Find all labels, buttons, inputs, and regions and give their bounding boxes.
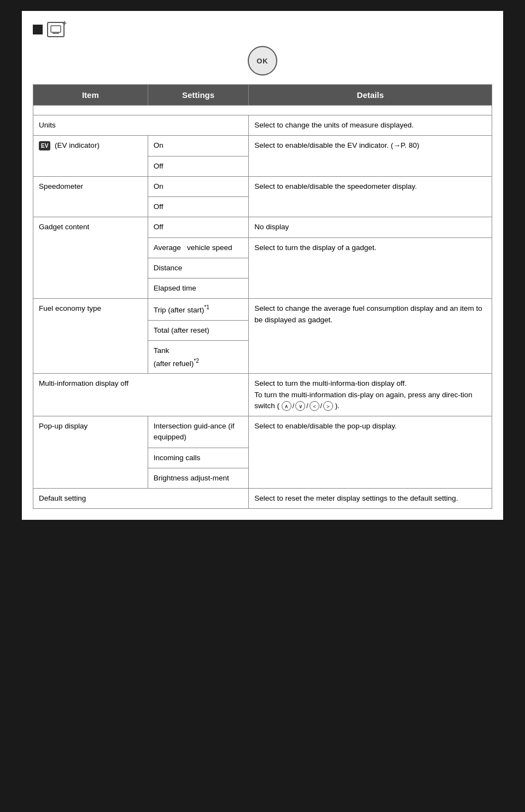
table-row: EV (EV indicator) On Select to enable/di… — [33, 136, 492, 156]
header-item: Item — [33, 85, 148, 106]
fuel-total-setting: Total (after reset) — [148, 321, 249, 341]
popup-brightness-setting: Brightness adjust-ment — [148, 468, 249, 488]
table-row: Gadget content Off No display — [33, 217, 492, 237]
superscript-2: *2 — [194, 358, 199, 364]
gadget-off-setting: Off — [148, 217, 249, 237]
speedometer-off-setting: Off — [148, 197, 249, 217]
right-arrow: ＞ — [323, 401, 333, 411]
table-row: Pop-up display Intersection guid-ance (i… — [33, 416, 492, 448]
ev-details: Select to enable/disable the EV indicato… — [249, 136, 492, 177]
speedometer-item: Speedometer — [33, 176, 148, 217]
gadget-avg-speed-setting: Average vehicle speed — [148, 237, 249, 258]
gadget-elapsed-setting: Elapsed time — [148, 279, 249, 299]
ok-button-container: OK — [33, 46, 492, 76]
ok-button[interactable]: OK — [248, 46, 277, 76]
black-square-icon — [33, 25, 43, 34]
units-item: Units — [33, 115, 249, 136]
ev-icon: EV — [39, 141, 50, 150]
fuel-economy-details: Select to change the average fuel consum… — [249, 299, 492, 374]
header-settings: Settings — [148, 85, 249, 106]
fuel-economy-item: Fuel economy type — [33, 299, 148, 374]
fuel-trip-setting: Trip (after start)*1 — [148, 299, 249, 321]
popup-item: Pop-up display — [33, 416, 148, 489]
up-arrow: ∧ — [282, 401, 291, 411]
table-row: Speedometer On Select to enable/disable … — [33, 176, 492, 196]
gadget-item: Gadget content — [33, 217, 148, 299]
units-details: Select to change the units of measure di… — [249, 115, 492, 136]
table-row: Default setting Select to reset the mete… — [33, 489, 492, 509]
ev-on-setting: On — [148, 136, 249, 156]
superscript-1: *1 — [204, 304, 209, 310]
gadget-no-display-details: No display — [249, 217, 492, 237]
spacer-row — [33, 106, 492, 115]
display-icon — [47, 22, 65, 37]
table-row: Fuel economy type Trip (after start)*1 S… — [33, 299, 492, 321]
gadget-details: Select to turn the display of a gadget. — [249, 237, 492, 299]
multi-info-item: Multi-information display off — [33, 374, 249, 416]
top-icons — [33, 22, 492, 37]
multi-info-details: Select to turn the multi-informa-tion di… — [249, 374, 492, 416]
default-item: Default setting — [33, 489, 249, 509]
header-details: Details — [249, 85, 492, 106]
direction-arrows: ∧ / ∨ / ＜ / ＞ — [282, 401, 333, 411]
popup-intersection-setting: Intersection guid-ance (if equipped) — [148, 416, 249, 448]
down-arrow: ∨ — [295, 401, 305, 411]
popup-details: Select to enable/disable the pop-up disp… — [249, 416, 492, 489]
ok-label: OK — [256, 57, 269, 65]
speedometer-on-setting: On — [148, 176, 249, 196]
default-details: Select to reset the meter display settin… — [249, 489, 492, 509]
table-row: Multi-information display off Select to … — [33, 374, 492, 416]
page-content: OK Item Settings Details Units Select to… — [22, 11, 503, 520]
left-arrow: ＜ — [310, 401, 319, 411]
settings-table: Item Settings Details Units Select to ch… — [33, 84, 492, 509]
speedometer-details: Select to enable/disable the speedometer… — [249, 176, 492, 217]
table-row: Units Select to change the units of meas… — [33, 115, 492, 136]
ev-off-setting: Off — [148, 156, 249, 176]
gadget-distance-setting: Distance — [148, 258, 249, 278]
svg-rect-0 — [51, 26, 61, 32]
popup-calls-setting: Incoming calls — [148, 448, 249, 468]
fuel-tank-setting: Tank(after refuel)*2 — [148, 341, 249, 374]
ev-indicator-item: EV (EV indicator) — [33, 136, 148, 177]
